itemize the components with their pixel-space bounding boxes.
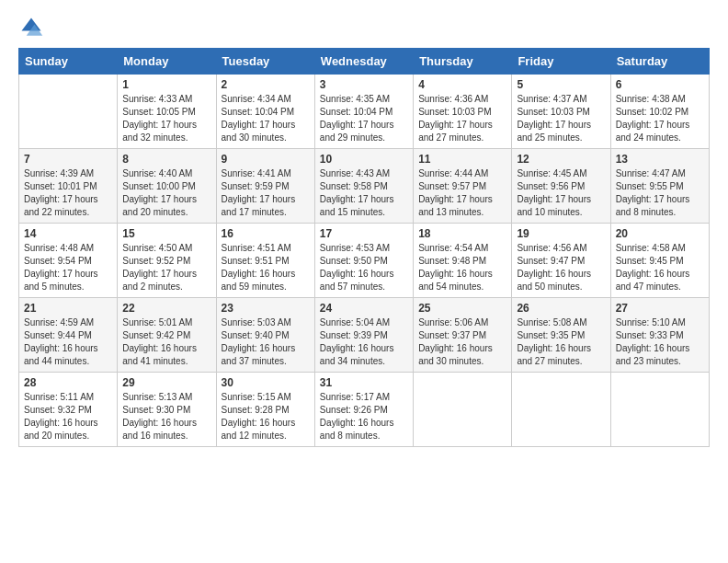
day-info: Sunrise: 4:50 AM Sunset: 9:52 PM Dayligh…	[122, 242, 210, 293]
calendar-week-row: 14Sunrise: 4:48 AM Sunset: 9:54 PM Dayli…	[19, 224, 710, 298]
day-number: 31	[320, 376, 408, 389]
calendar-week-row: 1Sunrise: 4:33 AM Sunset: 10:05 PM Dayli…	[19, 75, 710, 149]
calendar-cell: 28Sunrise: 5:11 AM Sunset: 9:32 PM Dayli…	[19, 373, 118, 447]
day-info: Sunrise: 4:38 AM Sunset: 10:02 PM Daylig…	[616, 93, 704, 144]
calendar-cell: 16Sunrise: 4:51 AM Sunset: 9:51 PM Dayli…	[216, 224, 314, 298]
calendar-cell: 30Sunrise: 5:15 AM Sunset: 9:28 PM Dayli…	[216, 373, 314, 447]
calendar-cell: 13Sunrise: 4:47 AM Sunset: 9:55 PM Dayli…	[610, 149, 709, 224]
calendar-cell: 3Sunrise: 4:35 AM Sunset: 10:04 PM Dayli…	[314, 75, 413, 149]
day-info: Sunrise: 4:58 AM Sunset: 9:45 PM Dayligh…	[616, 242, 704, 293]
calendar-cell	[19, 75, 118, 149]
calendar-cell: 25Sunrise: 5:06 AM Sunset: 9:37 PM Dayli…	[414, 298, 512, 373]
day-number: 22	[122, 302, 210, 315]
day-number: 11	[418, 153, 506, 166]
calendar-cell: 8Sunrise: 4:40 AM Sunset: 10:00 PM Dayli…	[118, 149, 216, 224]
header-friday: Friday	[512, 49, 610, 75]
page-header	[18, 15, 710, 40]
day-info: Sunrise: 4:43 AM Sunset: 9:58 PM Dayligh…	[320, 167, 408, 219]
day-number: 9	[222, 153, 310, 166]
calendar-cell: 15Sunrise: 4:50 AM Sunset: 9:52 PM Dayli…	[118, 224, 216, 298]
day-info: Sunrise: 4:47 AM Sunset: 9:55 PM Dayligh…	[616, 167, 704, 219]
calendar-cell: 23Sunrise: 5:03 AM Sunset: 9:40 PM Dayli…	[216, 298, 314, 373]
calendar-cell: 10Sunrise: 4:43 AM Sunset: 9:58 PM Dayli…	[314, 149, 413, 224]
calendar-cell	[610, 373, 709, 447]
calendar-cell: 27Sunrise: 5:10 AM Sunset: 9:33 PM Dayli…	[610, 298, 709, 373]
day-number: 13	[616, 153, 704, 166]
day-info: Sunrise: 5:04 AM Sunset: 9:39 PM Dayligh…	[320, 316, 408, 368]
day-number: 28	[24, 376, 112, 389]
calendar-cell: 5Sunrise: 4:37 AM Sunset: 10:03 PM Dayli…	[512, 75, 610, 149]
calendar-cell: 29Sunrise: 5:13 AM Sunset: 9:30 PM Dayli…	[118, 373, 216, 447]
day-info: Sunrise: 4:51 AM Sunset: 9:51 PM Dayligh…	[222, 242, 310, 293]
calendar-cell: 31Sunrise: 5:17 AM Sunset: 9:26 PM Dayli…	[314, 373, 413, 447]
calendar-cell: 22Sunrise: 5:01 AM Sunset: 9:42 PM Dayli…	[118, 298, 216, 373]
day-info: Sunrise: 5:01 AM Sunset: 9:42 PM Dayligh…	[122, 316, 210, 368]
calendar-cell	[414, 373, 512, 447]
calendar-cell: 7Sunrise: 4:39 AM Sunset: 10:01 PM Dayli…	[19, 149, 118, 224]
day-info: Sunrise: 4:53 AM Sunset: 9:50 PM Dayligh…	[320, 242, 408, 293]
calendar-week-row: 7Sunrise: 4:39 AM Sunset: 10:01 PM Dayli…	[19, 149, 710, 224]
day-number: 27	[616, 302, 704, 315]
day-info: Sunrise: 4:44 AM Sunset: 9:57 PM Dayligh…	[418, 167, 506, 219]
header-saturday: Saturday	[610, 49, 709, 75]
calendar-cell: 12Sunrise: 4:45 AM Sunset: 9:56 PM Dayli…	[512, 149, 610, 224]
calendar-week-row: 21Sunrise: 4:59 AM Sunset: 9:44 PM Dayli…	[19, 298, 710, 373]
day-number: 30	[222, 376, 310, 389]
day-number: 19	[517, 227, 605, 240]
calendar-table: SundayMondayTuesdayWednesdayThursdayFrid…	[18, 48, 710, 447]
day-number: 4	[418, 78, 506, 91]
day-info: Sunrise: 4:54 AM Sunset: 9:48 PM Dayligh…	[418, 242, 506, 293]
calendar-header-row: SundayMondayTuesdayWednesdayThursdayFrid…	[19, 49, 710, 75]
day-number: 15	[122, 227, 210, 240]
day-number: 18	[418, 227, 506, 240]
day-number: 1	[122, 78, 210, 91]
day-info: Sunrise: 5:10 AM Sunset: 9:33 PM Dayligh…	[616, 316, 704, 368]
day-info: Sunrise: 4:39 AM Sunset: 10:01 PM Daylig…	[24, 167, 112, 219]
day-info: Sunrise: 4:45 AM Sunset: 9:56 PM Dayligh…	[517, 167, 605, 219]
day-info: Sunrise: 4:59 AM Sunset: 9:44 PM Dayligh…	[24, 316, 112, 368]
logo-icon	[18, 15, 44, 40]
day-info: Sunrise: 4:56 AM Sunset: 9:47 PM Dayligh…	[517, 242, 605, 293]
day-info: Sunrise: 5:06 AM Sunset: 9:37 PM Dayligh…	[418, 316, 506, 368]
calendar-cell: 11Sunrise: 4:44 AM Sunset: 9:57 PM Dayli…	[414, 149, 512, 224]
day-info: Sunrise: 4:41 AM Sunset: 9:59 PM Dayligh…	[222, 167, 310, 219]
calendar-cell: 6Sunrise: 4:38 AM Sunset: 10:02 PM Dayli…	[610, 75, 709, 149]
day-info: Sunrise: 4:37 AM Sunset: 10:03 PM Daylig…	[517, 93, 605, 144]
day-number: 14	[24, 227, 112, 240]
day-number: 2	[222, 78, 310, 91]
day-number: 7	[24, 153, 112, 166]
calendar-cell: 24Sunrise: 5:04 AM Sunset: 9:39 PM Dayli…	[314, 298, 413, 373]
day-number: 26	[517, 302, 605, 315]
day-number: 29	[122, 376, 210, 389]
day-number: 6	[616, 78, 704, 91]
day-info: Sunrise: 4:36 AM Sunset: 10:03 PM Daylig…	[418, 93, 506, 144]
calendar-cell: 14Sunrise: 4:48 AM Sunset: 9:54 PM Dayli…	[19, 224, 118, 298]
day-number: 12	[517, 153, 605, 166]
calendar-cell: 26Sunrise: 5:08 AM Sunset: 9:35 PM Dayli…	[512, 298, 610, 373]
calendar-week-row: 28Sunrise: 5:11 AM Sunset: 9:32 PM Dayli…	[19, 373, 710, 447]
day-number: 5	[517, 78, 605, 91]
calendar-cell: 21Sunrise: 4:59 AM Sunset: 9:44 PM Dayli…	[19, 298, 118, 373]
day-info: Sunrise: 5:08 AM Sunset: 9:35 PM Dayligh…	[517, 316, 605, 368]
calendar-cell: 9Sunrise: 4:41 AM Sunset: 9:59 PM Daylig…	[216, 149, 314, 224]
calendar-cell: 2Sunrise: 4:34 AM Sunset: 10:04 PM Dayli…	[216, 75, 314, 149]
day-number: 8	[122, 153, 210, 166]
calendar-cell: 1Sunrise: 4:33 AM Sunset: 10:05 PM Dayli…	[118, 75, 216, 149]
day-info: Sunrise: 4:33 AM Sunset: 10:05 PM Daylig…	[122, 93, 210, 144]
day-number: 20	[616, 227, 704, 240]
day-number: 10	[320, 153, 408, 166]
day-info: Sunrise: 4:35 AM Sunset: 10:04 PM Daylig…	[320, 93, 408, 144]
day-info: Sunrise: 5:03 AM Sunset: 9:40 PM Dayligh…	[222, 316, 310, 368]
header-sunday: Sunday	[19, 49, 118, 75]
day-info: Sunrise: 4:40 AM Sunset: 10:00 PM Daylig…	[122, 167, 210, 219]
header-tuesday: Tuesday	[216, 49, 314, 75]
day-info: Sunrise: 4:34 AM Sunset: 10:04 PM Daylig…	[222, 93, 310, 144]
day-info: Sunrise: 5:11 AM Sunset: 9:32 PM Dayligh…	[24, 391, 112, 442]
day-info: Sunrise: 5:15 AM Sunset: 9:28 PM Dayligh…	[222, 391, 310, 442]
day-number: 3	[320, 78, 408, 91]
calendar-cell: 4Sunrise: 4:36 AM Sunset: 10:03 PM Dayli…	[414, 75, 512, 149]
day-number: 23	[222, 302, 310, 315]
calendar-cell: 18Sunrise: 4:54 AM Sunset: 9:48 PM Dayli…	[414, 224, 512, 298]
header-monday: Monday	[118, 49, 216, 75]
day-number: 25	[418, 302, 506, 315]
